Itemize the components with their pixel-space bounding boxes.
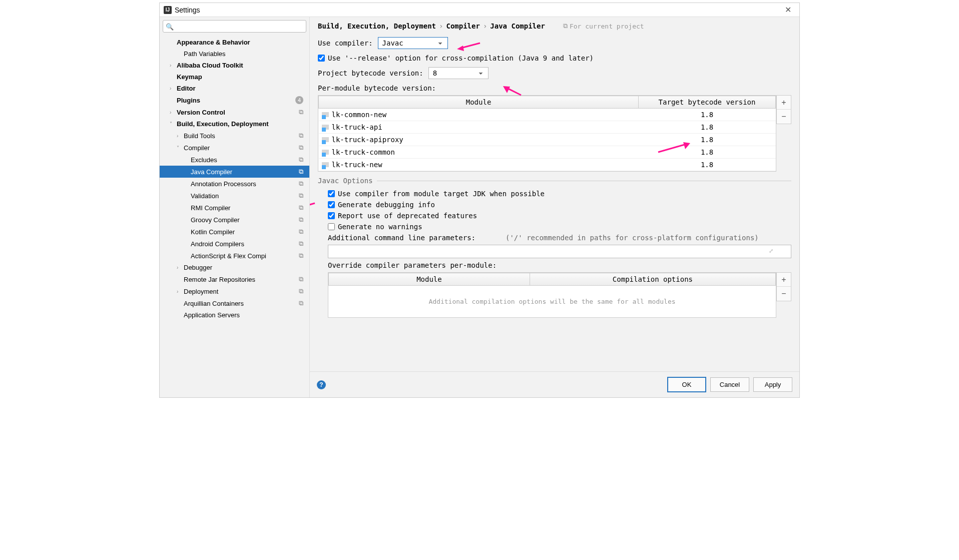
table-row[interactable]: lk-truck-api1.8	[319, 121, 776, 134]
tree-item[interactable]: Application Servers	[160, 309, 309, 321]
tree-item[interactable]: RMI Compiler⧉	[160, 202, 309, 214]
tree-item[interactable]: Remote Jar Repositories⧉	[160, 273, 309, 285]
target-version-cell[interactable]: 1.8	[639, 121, 776, 134]
expand-icon[interactable]: ⤢	[769, 248, 773, 254]
project-bytecode-select[interactable]: 8	[428, 67, 489, 79]
module-icon	[322, 125, 329, 131]
help-icon[interactable]: ?	[317, 380, 326, 389]
tree-item[interactable]: ›Build Tools⧉	[160, 130, 309, 142]
override-table[interactable]: Module Compilation options Additional co…	[328, 272, 776, 318]
module-name-cell: lk-truck-apiproxy	[319, 134, 639, 146]
tree-item[interactable]: Arquillian Containers⧉	[160, 297, 309, 309]
tree-item[interactable]: ˅Build, Execution, Deployment	[160, 118, 309, 130]
addl-params-label: Additional command line parameters:	[328, 234, 475, 242]
opt-no-warnings-checkbox[interactable]	[328, 223, 335, 230]
project-scope-icon: ⧉	[299, 228, 303, 236]
close-icon[interactable]: ✕	[781, 5, 795, 15]
tree-item[interactable]: Android Compilers⧉	[160, 238, 309, 250]
tree-item[interactable]: Validation⧉	[160, 190, 309, 202]
ok-button[interactable]: OK	[667, 377, 706, 392]
addl-params-input[interactable]	[328, 245, 791, 258]
tree-item-label: Path Variables	[184, 50, 305, 58]
module-icon	[322, 112, 329, 118]
sidebar: 🔍 Appearance & BehaviorPath Variables›Al…	[160, 17, 310, 397]
table-row[interactable]: lk-truck-common1.8	[319, 146, 776, 159]
module-name-cell: lk-common-new	[319, 109, 639, 121]
breadcrumb-part: Compiler	[446, 22, 480, 30]
chevron-icon: ˅	[177, 145, 184, 151]
tree-item[interactable]: ›Debugger	[160, 262, 309, 273]
project-scope-icon: ⧉	[299, 156, 303, 164]
use-compiler-label: Use compiler:	[318, 39, 373, 47]
tree-item[interactable]: ›Version Control⧉	[160, 106, 309, 118]
col-module: Module	[319, 96, 639, 109]
tree-item[interactable]: ActionScript & Flex Compi⧉	[160, 250, 309, 262]
use-compiler-select[interactable]: Javac	[378, 37, 448, 49]
module-icon	[322, 150, 329, 156]
target-version-cell[interactable]: 1.8	[639, 159, 776, 171]
tree-item[interactable]: Appearance & Behavior	[160, 37, 309, 48]
project-scope-icon: ⧉	[563, 22, 568, 30]
project-scope-icon: ⧉	[299, 216, 303, 224]
tree-item-label: Deployment	[184, 288, 299, 295]
dialog-footer: ? OK Cancel Apply	[310, 371, 799, 397]
tree-item-label: Application Servers	[184, 311, 305, 319]
chevron-icon: ›	[177, 289, 184, 294]
titlebar: IJ Settings ✕	[160, 3, 799, 17]
tree-item-label: RMI Compiler	[191, 204, 299, 212]
release-option-checkbox[interactable]	[318, 55, 325, 62]
module-name-cell: lk-truck-api	[319, 121, 639, 134]
tree-item[interactable]: Kotlin Compiler⧉	[160, 226, 309, 238]
tree-item[interactable]: Java Compiler⧉	[160, 166, 309, 178]
tree-item[interactable]: Excludes⧉	[160, 154, 309, 166]
search-input[interactable]	[163, 20, 306, 33]
override-table-buttons: + −	[776, 272, 791, 301]
target-version-cell[interactable]: 1.8	[639, 134, 776, 146]
cancel-button[interactable]: Cancel	[710, 377, 749, 392]
tree-item-label: Appearance & Behavior	[177, 39, 305, 46]
add-module-button[interactable]: +	[777, 96, 791, 110]
badge: 4	[295, 96, 303, 104]
tree-item[interactable]: Groovy Compiler⧉	[160, 214, 309, 226]
opt-deprecated-checkbox[interactable]	[328, 212, 335, 219]
settings-tree[interactable]: Appearance & BehaviorPath Variables›Alib…	[160, 36, 309, 397]
apply-button[interactable]: Apply	[753, 377, 792, 392]
tree-item[interactable]: ›Alibaba Cloud Toolkit	[160, 60, 309, 71]
tree-item[interactable]: ›Deployment⧉	[160, 285, 309, 297]
table-row[interactable]: lk-common-new1.8	[319, 109, 776, 121]
tree-item[interactable]: Plugins4	[160, 94, 309, 106]
tree-item-label: Java Compiler	[191, 168, 299, 176]
chevron-icon: ›	[170, 63, 177, 68]
release-option-label: Use '--release' option for cross-compila…	[328, 54, 594, 62]
opt-module-jdk-checkbox[interactable]	[328, 190, 335, 197]
project-scope-icon: ⧉	[299, 192, 303, 200]
project-scope-icon: ⧉	[299, 180, 303, 188]
project-scope-icon: ⧉	[299, 144, 303, 152]
remove-override-button[interactable]: −	[777, 287, 791, 301]
search-icon: 🔍	[166, 23, 174, 30]
opt-debug-info-checkbox[interactable]	[328, 201, 335, 208]
chevron-right-icon: ›	[439, 22, 443, 30]
opt-no-warnings-label: Generate no warnings	[338, 223, 422, 231]
settings-dialog: IJ Settings ✕ 🔍 Appearance & BehaviorPat…	[159, 3, 800, 398]
tree-item[interactable]: ›Editor	[160, 83, 309, 94]
tree-item[interactable]: Path Variables	[160, 48, 309, 60]
tree-item-label: Alibaba Cloud Toolkit	[177, 62, 305, 69]
module-bytecode-table[interactable]: Module Target bytecode version lk-common…	[318, 95, 776, 172]
table-row[interactable]: lk-truck-apiproxy1.8	[319, 134, 776, 146]
remove-module-button[interactable]: −	[777, 110, 791, 124]
target-version-cell[interactable]: 1.8	[639, 109, 776, 121]
tree-item[interactable]: ˅Compiler⧉	[160, 142, 309, 154]
module-table-buttons: + −	[776, 95, 791, 124]
module-icon	[322, 137, 329, 143]
add-override-button[interactable]: +	[777, 273, 791, 287]
module-icon	[322, 162, 329, 168]
chevron-icon: ›	[170, 110, 177, 115]
target-version-cell[interactable]: 1.8	[639, 146, 776, 159]
tree-item[interactable]: Keymap	[160, 71, 309, 83]
chevron-icon: ›	[170, 86, 177, 91]
override-label: Override compiler parameters per-module:	[328, 261, 791, 269]
breadcrumb: Build, Execution, Deployment › Compiler …	[318, 22, 791, 30]
tree-item[interactable]: Annotation Processors⧉	[160, 178, 309, 190]
table-row[interactable]: lk-truck-new1.8	[319, 159, 776, 171]
